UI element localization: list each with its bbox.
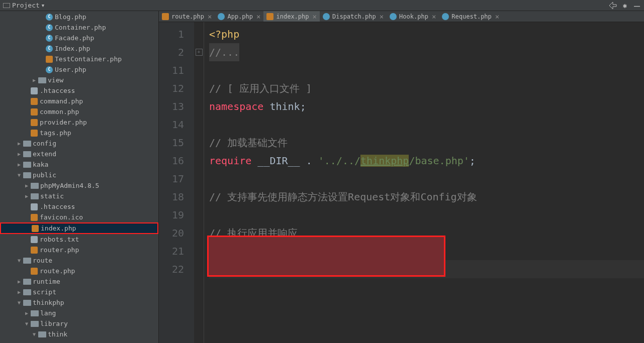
- project-icon: [3, 3, 10, 8]
- folder-icon: [31, 183, 39, 189]
- tree-item--htaccess[interactable]: .htaccess: [0, 85, 158, 96]
- line-number: 11: [159, 61, 184, 79]
- tree-item-label: Facade.php: [55, 34, 94, 42]
- tree-item-router-php[interactable]: router.php: [0, 245, 158, 255]
- tree-item-extend[interactable]: ▶extend: [0, 149, 158, 159]
- chevron-down-icon: ▼: [42, 3, 44, 8]
- file-icon: [30, 119, 38, 126]
- tree-item-label: route.php: [40, 267, 75, 275]
- tree-item-label: thinkphp: [33, 299, 64, 306]
- chevron-down-icon[interactable]: ▼: [15, 258, 23, 263]
- chevron-right-icon[interactable]: ▶: [15, 162, 23, 167]
- tree-item-label: index.php: [41, 224, 76, 232]
- tree-item-route[interactable]: ▼route: [0, 255, 158, 266]
- tree-item-public[interactable]: ▼public: [0, 170, 158, 180]
- chevron-down-icon[interactable]: ▼: [23, 321, 31, 326]
- tree-item-index-php[interactable]: index.php: [0, 222, 158, 234]
- close-icon[interactable]: ×: [380, 13, 384, 21]
- tree-item-label: Container.php: [55, 24, 106, 31]
- file-icon: [30, 130, 38, 137]
- tree-item-kaka[interactable]: ▶kaka: [0, 159, 158, 170]
- tree-item-library[interactable]: ▼library: [0, 318, 158, 329]
- chevron-right-icon[interactable]: ▶: [15, 151, 23, 157]
- tab-index-php[interactable]: index.php×: [263, 11, 319, 22]
- tree-item-command-php[interactable]: command.php: [0, 96, 158, 106]
- tree-item-label: lang: [40, 309, 56, 317]
- tree-item-favicon-ico[interactable]: favicon.ico: [0, 212, 158, 222]
- chevron-right-icon[interactable]: ▶: [23, 193, 31, 199]
- tree-item-Index-php[interactable]: Index.php: [0, 43, 158, 54]
- tab-Hook-php[interactable]: Hook.php×: [387, 11, 439, 22]
- chevron-right-icon[interactable]: ▶: [30, 77, 38, 83]
- grid-icon: [266, 13, 273, 20]
- line-number: 20: [159, 224, 184, 242]
- tree-item-Blog-php[interactable]: Blog.php: [0, 12, 158, 22]
- tree-item-label: runtime: [33, 278, 60, 285]
- folder-icon: [23, 162, 31, 168]
- chevron-down-icon[interactable]: ▼: [15, 300, 23, 305]
- tree-item-TestContainer-php[interactable]: TestContainer.php: [0, 54, 158, 64]
- tab-Request-php[interactable]: Request.php×: [439, 11, 502, 22]
- tree-item-script[interactable]: ▶script: [0, 287, 158, 297]
- file-icon: [30, 214, 38, 221]
- close-icon[interactable]: ×: [256, 13, 260, 21]
- chevron-right-icon[interactable]: ▶: [15, 289, 23, 295]
- line-number: 14: [159, 116, 184, 134]
- project-dropdown[interactable]: Project ▼: [3, 2, 44, 9]
- tree-item-Facade-php[interactable]: Facade.php: [0, 33, 158, 43]
- tree-item-static[interactable]: ▶static: [0, 191, 158, 201]
- code-editor[interactable]: <?php //... // [ 应用入口文件 ] namespace thin…: [204, 22, 644, 343]
- tree-item-label: User.php: [55, 66, 86, 73]
- tab-label: Hook.php: [399, 13, 428, 20]
- close-icon[interactable]: ×: [313, 13, 317, 21]
- chevron-down-icon[interactable]: ▼: [30, 331, 38, 337]
- tree-item-label: view: [48, 76, 63, 84]
- php-icon: [45, 24, 53, 31]
- tree-item-User-php[interactable]: User.php: [0, 64, 158, 75]
- tab-App-php[interactable]: App.php×: [215, 11, 263, 22]
- tab-Dispatch-php[interactable]: Dispatch.php×: [320, 11, 387, 22]
- chevron-right-icon[interactable]: ▶: [15, 141, 23, 146]
- tree-item-tags-php[interactable]: tags.php: [0, 128, 158, 138]
- tree-item-provider-php[interactable]: provider.php: [0, 117, 158, 128]
- tree-item-runtime[interactable]: ▶runtime: [0, 276, 158, 287]
- chevron-down-icon[interactable]: ▼: [15, 172, 23, 178]
- chevron-right-icon[interactable]: ▶: [15, 279, 23, 284]
- minimize-icon[interactable]: —: [633, 2, 641, 10]
- tree-item-phpMyAdmin4-8-5[interactable]: ▶phpMyAdmin4.8.5: [0, 180, 158, 191]
- gear-icon[interactable]: ✱: [621, 2, 629, 10]
- chevron-right-icon[interactable]: ▶: [23, 183, 31, 188]
- collapse-icon[interactable]: [609, 2, 617, 10]
- php-icon: [442, 13, 449, 20]
- tree-item-label: .htaccess: [40, 203, 75, 210]
- tree-item-label: extend: [33, 150, 56, 158]
- close-icon[interactable]: ×: [208, 13, 212, 21]
- line-number: 18: [159, 188, 184, 206]
- tree-item-robots-txt[interactable]: robots.txt: [0, 234, 158, 245]
- folder-icon: [31, 310, 39, 316]
- tab-route-php[interactable]: route.php×: [159, 11, 215, 22]
- php-icon: [45, 66, 53, 73]
- folder-icon: [31, 321, 39, 327]
- line-numbers: 12111213141516171819202122: [159, 22, 194, 343]
- tree-item-label: route: [33, 257, 52, 264]
- tree-item-thinkphp[interactable]: ▼thinkphp: [0, 297, 158, 308]
- tree-item-think[interactable]: ▼think: [0, 329, 158, 339]
- tree-item--htaccess[interactable]: .htaccess: [0, 201, 158, 212]
- tree-item-lang[interactable]: ▶lang: [0, 308, 158, 318]
- folder-icon: [31, 193, 39, 199]
- tree-item-common-php[interactable]: common.php: [0, 106, 158, 117]
- fold-expand-icon[interactable]: +: [196, 49, 203, 56]
- tree-item-Container-php[interactable]: Container.php: [0, 22, 158, 33]
- close-icon[interactable]: ×: [495, 13, 499, 21]
- line-number: 21: [159, 242, 184, 260]
- chevron-right-icon[interactable]: ▶: [23, 310, 31, 316]
- close-icon[interactable]: ×: [432, 13, 436, 21]
- project-tree[interactable]: Blog.phpContainer.phpFacade.phpIndex.php…: [0, 11, 159, 343]
- tab-label: Dispatch.php: [332, 13, 376, 20]
- tree-item-route-php[interactable]: route.php: [0, 266, 158, 276]
- line-number: 17: [159, 170, 184, 188]
- tree-item-config[interactable]: ▶config: [0, 138, 158, 149]
- file-icon: [30, 108, 38, 116]
- tree-item-view[interactable]: ▶view: [0, 75, 158, 85]
